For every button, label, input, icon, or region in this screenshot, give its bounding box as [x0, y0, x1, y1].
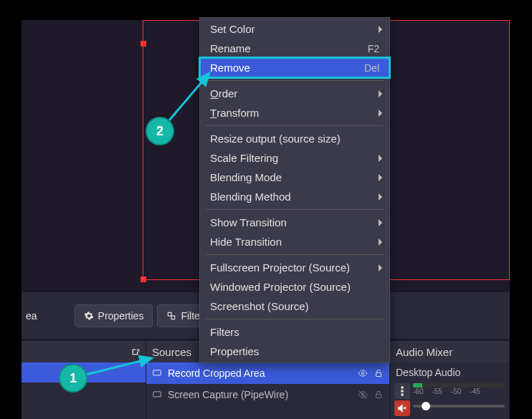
svg-point-10: [401, 390, 404, 392]
chevron-right-icon: [379, 264, 382, 271]
menu-item-fullscreen-projector-source-[interactable]: Fullscreen Projector (Source): [200, 258, 389, 277]
svg-rect-5: [153, 392, 161, 397]
properties-button[interactable]: Properties: [75, 304, 153, 327]
tick-label: -45: [470, 387, 480, 395]
source-row-label: Record Cropped Area: [168, 367, 265, 379]
menu-shortcut: F2: [368, 43, 379, 54]
menu-item-remove[interactable]: RemoveDel: [200, 58, 389, 77]
menu-item-label: Set Color: [210, 23, 255, 35]
annotation-arrow-2: [166, 69, 217, 125]
chevron-right-icon: [379, 90, 382, 97]
menu-item-set-color[interactable]: Set Color: [200, 19, 389, 39]
annotation-bubble-1: 1: [60, 365, 86, 391]
menu-item-label: Resize output (source size): [210, 133, 341, 145]
svg-rect-0: [168, 312, 172, 316]
menu-item-windowed-projector-source-[interactable]: Windowed Projector (Source): [200, 277, 389, 297]
audio-track-row: -60 -55 -50 -45: [394, 382, 505, 400]
chevron-right-icon: [379, 155, 382, 162]
tick-label: -60: [413, 387, 423, 395]
kebab-icon: [401, 386, 404, 396]
properties-button-label: Properties: [98, 310, 144, 322]
menu-item-show-transition[interactable]: Show Transition: [200, 213, 389, 232]
menu-item-label: Hide Transition: [210, 236, 282, 248]
gear-icon: [84, 311, 94, 321]
menu-item-transform[interactable]: Transform: [200, 103, 389, 122]
menu-item-label: Rename: [210, 42, 251, 54]
source-row-record-cropped[interactable]: Record Cropped Area: [146, 362, 389, 384]
menu-item-resize-output-source-size-[interactable]: Resize output (source size): [200, 129, 389, 148]
slider-thumb[interactable]: [422, 402, 430, 410]
menu-item-hide-transition[interactable]: Hide Transition: [200, 232, 389, 251]
chevron-right-icon: [379, 239, 382, 246]
source-context-menu[interactable]: Set ColorRenameF2RemoveDelOrderTransform…: [199, 17, 390, 363]
eye-off-icon[interactable]: [358, 390, 368, 400]
chevron-right-icon: [379, 26, 382, 33]
menu-separator: [206, 254, 384, 255]
menu-item-label: Fullscreen Projector (Source): [210, 261, 350, 274]
lock-open-icon[interactable]: [374, 390, 384, 400]
menu-item-label: Blending Method: [210, 191, 291, 203]
svg-point-11: [401, 393, 404, 396]
audio-mixer-title: Audio Mixer: [396, 346, 452, 358]
chevron-right-icon: [379, 219, 382, 226]
source-row-screen-capture[interactable]: Screen Capture (PipeWire): [146, 384, 389, 405]
menu-separator: [206, 125, 384, 126]
annotation-arrow-1: [80, 354, 159, 378]
volume-slider[interactable]: [413, 405, 505, 408]
menu-item-order[interactable]: Order: [200, 84, 389, 103]
track-menu-button[interactable]: [394, 383, 410, 399]
menu-separator: [206, 80, 384, 81]
menu-item-label: Filters: [210, 326, 239, 338]
filters-icon: [166, 311, 176, 321]
resize-handle-bottom-left[interactable]: [141, 276, 146, 282]
audio-meter: -60 -55 -50 -45: [413, 383, 505, 399]
svg-point-3: [361, 372, 364, 375]
svg-rect-1: [171, 316, 175, 319]
menu-item-filters[interactable]: Filters: [200, 322, 389, 342]
menu-item-label: Show Transition: [210, 216, 287, 228]
speaker-muted-icon: [397, 403, 407, 413]
tick-label: -55: [432, 387, 442, 395]
menu-item-blending-method[interactable]: Blending Method: [200, 187, 389, 206]
menu-item-label: Screenshot (Source): [210, 300, 309, 312]
menu-item-label: Blending Mode: [210, 171, 282, 183]
audio-slider-row: [394, 400, 505, 417]
svg-line-12: [83, 358, 152, 375]
menu-item-screenshot-source-[interactable]: Screenshot (Source): [200, 297, 389, 316]
annotation-bubble-2: 2: [147, 118, 173, 144]
eye-icon[interactable]: [358, 368, 368, 378]
menu-item-label: Scale Filtering: [210, 152, 278, 164]
menu-item-label: Windowed Projector (Source): [210, 281, 351, 293]
tick-label: -50: [451, 387, 461, 395]
svg-rect-4: [376, 372, 381, 376]
menu-item-properties[interactable]: Properties: [200, 342, 389, 361]
menu-separator: [206, 319, 384, 319]
svg-point-9: [401, 386, 404, 389]
menu-item-label: Properties: [210, 345, 259, 357]
audio-mixer-panel: Audio Mixer Desktop Audio -60 -55 -50 -4…: [390, 341, 510, 419]
menu-item-rename[interactable]: RenameF2: [200, 39, 389, 58]
resize-handle-left[interactable]: [141, 41, 146, 47]
menu-item-scale-filtering[interactable]: Scale Filtering: [200, 148, 389, 168]
chevron-right-icon: [379, 174, 382, 181]
chevron-right-icon: [379, 110, 382, 117]
lock-open-icon[interactable]: [374, 368, 384, 378]
mute-button[interactable]: [394, 400, 410, 416]
audio-mixer-header: Audio Mixer: [390, 341, 509, 362]
menu-separator: [206, 209, 384, 210]
audio-track-label: Desktop Audio: [394, 365, 505, 382]
svg-line-13: [169, 73, 209, 120]
menu-shortcut: Del: [364, 62, 379, 74]
menu-item-blending-mode[interactable]: Blending Mode: [200, 168, 389, 187]
source-row-label: Screen Capture (PipeWire): [168, 389, 288, 400]
svg-rect-8: [376, 394, 381, 398]
chevron-right-icon: [379, 193, 382, 201]
toolbar-fragment: ea: [26, 310, 37, 322]
display-icon: [152, 390, 162, 400]
